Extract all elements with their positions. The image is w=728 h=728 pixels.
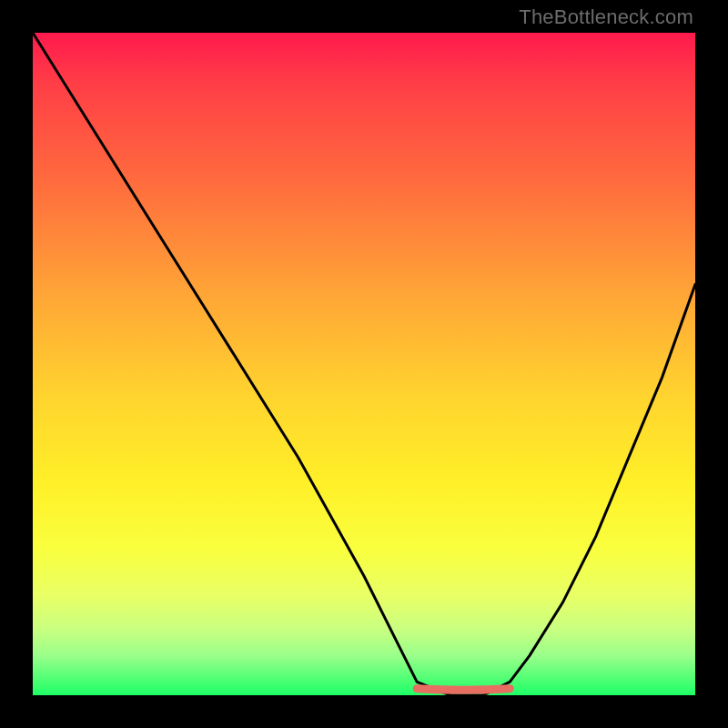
optimal-range-marker [417,689,510,691]
watermark-text: TheBottleneck.com [519,5,693,29]
bottleneck-curve [33,33,695,695]
chart-frame: TheBottleneck.com [0,0,728,728]
curve-layer [33,33,695,695]
plot-area [33,33,695,695]
